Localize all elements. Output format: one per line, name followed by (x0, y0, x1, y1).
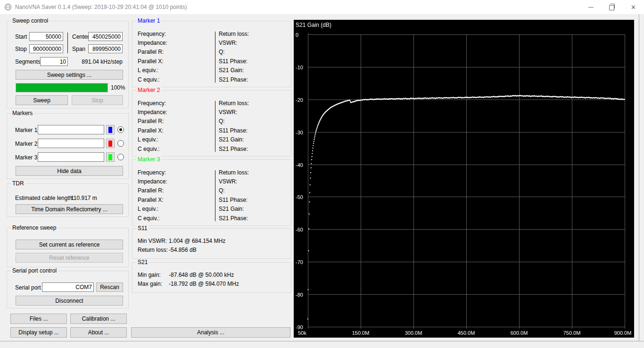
vswr-label: VSWR: (219, 177, 249, 186)
segments-input[interactable] (40, 57, 68, 66)
min-vswr-label: Min VSWR: (138, 238, 169, 244)
marker3-data-panel: Marker 3 Frequency: Impedance: Parallel … (132, 159, 291, 226)
reference-sweep-group: Reference sweep Set current as reference… (7, 228, 129, 267)
files-button[interactable]: Files ... (10, 314, 67, 324)
close-icon: ✕ (631, 4, 636, 11)
cable-length-label: Estimated cable length: (15, 195, 74, 201)
marker1-panel-title: Marker 1 (136, 17, 161, 24)
q-label: Q: (219, 117, 249, 126)
minimize-button[interactable] (580, 0, 602, 14)
marker3-label: Marker 3 (15, 154, 37, 161)
sweep-field-divider (67, 33, 68, 53)
min-vswr-value: 1.004 @ 684.154 MHz (169, 238, 225, 244)
span-input[interactable] (88, 44, 123, 53)
rescan-button[interactable]: Rescan (96, 282, 123, 292)
sweep-control-title: Sweep control (11, 17, 50, 24)
segments-label: Segments (15, 58, 41, 65)
reference-sweep-title: Reference sweep (11, 224, 58, 231)
marker1-label: Marker 1 (15, 127, 37, 133)
bottom-edge-divider (0, 341, 644, 341)
stop-button[interactable]: Stop (72, 95, 123, 105)
tdr-group: TDR Estimated cable length: 110.917 m Ti… (7, 183, 129, 217)
markers-title: Markers (11, 110, 34, 116)
serial-port-group: Serial port control Serial port Rescan D… (7, 271, 129, 308)
hide-data-button[interactable]: Hide data (16, 166, 123, 176)
c-equiv-label: C equiv.: (138, 144, 167, 153)
display-setup-button[interactable]: Display setup ... (10, 327, 67, 338)
marker3-radio[interactable] (117, 154, 124, 160)
app-icon (4, 3, 12, 11)
s11-return-loss-label: Return loss: (138, 247, 169, 253)
l-equiv-label: L equiv.: (138, 205, 167, 214)
s21-summary-panel: S21 Min gain: -87.648 dB @ 50.000 kHz Ma… (132, 262, 291, 293)
marker2-input[interactable] (38, 139, 104, 148)
parallel-x-label: Parallel X: (138, 195, 167, 204)
max-gain-label: Max gain: (138, 281, 169, 287)
parallel-r-label: Parallel R: (138, 186, 167, 195)
minimize-icon (588, 7, 594, 8)
s21-panel-title: S21 (136, 259, 149, 265)
s21-phase-label: S21 Phase: (219, 75, 249, 84)
marker2-color-button[interactable] (106, 139, 115, 148)
marker3-color-swatch (108, 154, 112, 160)
step-size-text: 891.04 kHz/step (82, 58, 123, 65)
analysis-button[interactable]: Analysis ... (131, 327, 290, 338)
reset-reference-button[interactable]: Reset reference (16, 253, 123, 263)
s11-summary-panel: S11 Min VSWR: 1.004 @ 684.154 MHz Return… (132, 228, 291, 259)
serial-port-label: Serial port (15, 284, 41, 291)
impedance-label: Impedance: (138, 38, 167, 47)
s11-phase-label: S11 Phase: (219, 195, 249, 204)
s21-phase-label: S21 Phase: (219, 214, 249, 223)
restore-icon (609, 5, 614, 10)
parallel-r-label: Parallel R: (138, 48, 167, 57)
disconnect-button[interactable]: Disconnect (16, 296, 123, 306)
start-input[interactable] (29, 32, 63, 41)
set-reference-button[interactable]: Set current as reference (16, 240, 123, 249)
q-label: Q: (219, 186, 249, 195)
min-gain-value: -87.648 dB @ 50.000 kHz (169, 272, 234, 278)
calibration-button[interactable]: Calibration ... (70, 314, 127, 324)
about-button[interactable]: About ... (70, 327, 127, 338)
title-bar: NanoVNA Saver 0.1.4 (Sweep: 2019-10-29 2… (0, 0, 644, 14)
vswr-label: VSWR: (219, 38, 249, 47)
s21-gain-chart[interactable] (294, 20, 634, 338)
stop-input[interactable] (29, 44, 63, 53)
sweep-button[interactable]: Sweep (16, 95, 68, 105)
s11-panel-title: S11 (136, 225, 149, 232)
marker1-color-button[interactable] (106, 125, 115, 134)
close-button[interactable]: ✕ (623, 0, 644, 14)
s11-phase-label: S11 Phase: (219, 126, 249, 135)
start-label: Start (15, 33, 27, 40)
marker1-radio[interactable] (117, 126, 124, 133)
s21-gain-label: S21 Gain: (219, 205, 249, 214)
marker2-panel-title: Marker 2 (136, 87, 161, 93)
impedance-label: Impedance: (138, 108, 167, 116)
q-label: Q: (219, 48, 249, 57)
marker1-input[interactable] (38, 125, 104, 134)
l-equiv-label: L equiv.: (138, 135, 167, 144)
marker2-color-swatch (108, 141, 112, 147)
serial-port-input[interactable] (42, 282, 94, 292)
sweep-progress-fill (16, 83, 107, 92)
marker3-input[interactable] (38, 152, 104, 162)
c-equiv-label: C equiv.: (138, 75, 167, 84)
frequency-label: Frequency: (138, 168, 167, 177)
frequency-label: Frequency: (138, 99, 167, 108)
marker1-color-swatch (108, 127, 112, 133)
restore-button[interactable] (602, 0, 623, 14)
sweep-settings-button[interactable]: Sweep settings ... (16, 70, 123, 80)
return-loss-label: Return loss: (219, 29, 249, 38)
marker3-color-button[interactable] (106, 152, 115, 162)
center-input[interactable] (88, 32, 123, 41)
marker2-panel-divider (215, 101, 215, 152)
markers-group: Markers Marker 1 Marker 2 Marker 3 Hide … (7, 113, 129, 179)
s21-phase-label: S21 Phase: (219, 144, 249, 153)
s21-gain-label: S21 Gain: (219, 135, 249, 144)
cable-length-value: 110.917 m (71, 195, 97, 201)
serial-port-title: Serial port control (11, 267, 58, 274)
center-label: Center (72, 33, 89, 40)
marker1-panel-divider (215, 32, 215, 83)
parallel-x-label: Parallel X: (138, 126, 167, 135)
marker2-radio[interactable] (117, 140, 124, 147)
tdr-button[interactable]: Time Domain Reflectometry ... (16, 204, 123, 214)
